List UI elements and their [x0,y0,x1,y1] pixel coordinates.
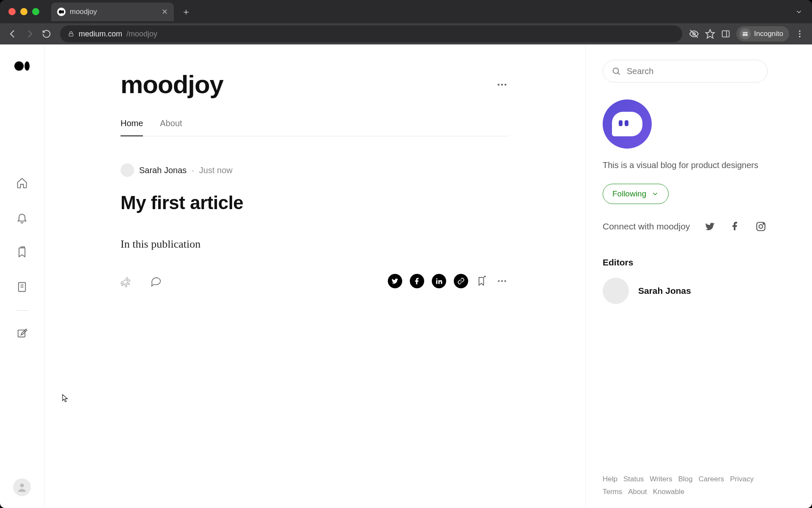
window-close-button[interactable] [8,8,16,15]
window-maximize-button[interactable] [32,8,39,15]
svg-point-9 [745,33,748,36]
tab-about[interactable]: About [160,119,182,136]
footer-link[interactable]: About [628,488,647,496]
svg-marker-5 [706,30,714,38]
author-avatar[interactable] [121,163,134,177]
window-minimize-button[interactable] [20,8,27,15]
svg-point-11 [799,30,801,32]
share-facebook-icon[interactable] [410,274,424,288]
write-icon[interactable] [16,328,28,340]
editor-row[interactable]: Sarah Jonas [603,278,768,304]
footer-link[interactable]: Writers [650,475,672,483]
stories-icon[interactable] [16,281,28,293]
instagram-icon[interactable] [755,221,766,232]
follow-label: Following [612,189,646,199]
search-icon [612,66,621,76]
article-more-icon[interactable] [494,273,510,289]
svg-point-28 [504,280,506,282]
search-box[interactable] [603,60,768,83]
incognito-indicator[interactable]: Incognito [736,26,789,41]
svg-point-33 [763,223,764,224]
incognito-icon [740,28,751,39]
footer-link[interactable]: Terms [603,488,622,496]
footer-link[interactable]: Status [623,475,644,483]
tab-home[interactable]: Home [121,119,143,136]
svg-rect-10 [743,32,748,33]
back-button[interactable] [6,27,19,41]
tab-title: moodjoy [70,8,97,16]
incognito-label: Incognito [754,30,783,38]
svg-rect-2 [69,33,73,36]
publication-avatar-glyph [612,112,642,136]
svg-point-0 [59,10,62,14]
bookmark-add-icon[interactable] [476,276,487,287]
eye-off-icon[interactable] [689,29,699,39]
svg-point-19 [498,83,500,86]
star-icon[interactable] [705,29,715,39]
browser-tab[interactable]: moodjoy ✕ [51,3,174,21]
forward-button[interactable] [23,27,36,41]
bookmarks-icon[interactable] [16,246,28,259]
share-link-icon[interactable] [454,274,468,288]
search-input[interactable] [627,66,759,76]
page-content: moodjoy Home About Sarah Jonas · Just no… [0,44,812,508]
url-host: medium.com [79,30,122,39]
footer-link[interactable]: Blog [678,475,693,483]
chevron-down-icon [651,190,659,198]
share-linkedin-icon[interactable] [432,274,446,288]
publication-avatar[interactable] [603,99,652,149]
home-icon[interactable] [16,177,28,189]
notifications-icon[interactable] [16,211,28,224]
feed-column: moodjoy Home About Sarah Jonas · Just no… [44,44,586,508]
footer-link[interactable]: Careers [699,475,724,483]
clap-icon[interactable] [121,275,133,287]
connect-label: Connect with moodjoy [603,221,690,232]
svg-point-27 [501,280,503,282]
footer-link[interactable]: Privacy [730,475,754,483]
reload-button[interactable] [40,27,53,41]
svg-point-23 [436,278,437,279]
user-avatar[interactable] [13,478,31,496]
footer-links: Help Status Writers Blog Careers Privacy… [603,475,768,496]
footer-link[interactable]: Knowable [653,488,685,496]
svg-rect-6 [722,31,730,37]
new-tab-button[interactable]: ＋ [181,6,191,18]
author-name[interactable]: Sarah Jonas [139,166,187,175]
footer-link[interactable]: Help [603,475,617,483]
publication-header: moodjoy [121,70,510,99]
svg-point-1 [62,10,64,14]
article-card: Sarah Jonas · Just now My first article … [121,163,510,289]
tab-bar: moodjoy ✕ ＋ [0,0,812,23]
kebab-menu-icon[interactable] [795,29,804,39]
svg-point-29 [613,68,619,74]
svg-point-21 [505,83,507,86]
svg-point-32 [759,225,763,229]
address-bar: medium.com/moodjoy Incognito [0,23,812,44]
share-twitter-icon[interactable] [388,274,402,288]
facebook-icon[interactable] [730,221,741,232]
panel-icon[interactable] [721,29,730,39]
article-byline: Sarah Jonas · Just now [121,163,510,177]
right-sidebar: This is a visual blog for product design… [586,44,785,508]
connect-row: Connect with moodjoy [603,221,768,232]
svg-point-26 [498,280,499,282]
svg-line-30 [618,73,620,75]
browser-chrome: moodjoy ✕ ＋ medium.com/moodjoy [0,0,812,44]
publish-time: Just now [199,166,233,175]
tab-close-button[interactable]: ✕ [162,7,168,17]
publication-description: This is a visual blog for product design… [603,160,768,170]
publication-tabs: Home About [121,119,510,136]
more-icon[interactable] [494,77,510,92]
svg-point-18 [20,483,24,487]
follow-button[interactable]: Following [603,184,669,204]
publication-title: moodjoy [121,70,223,99]
editor-name: Sarah Jonas [638,286,691,296]
comment-icon[interactable] [150,275,163,287]
article-title[interactable]: My first article [121,192,510,213]
tabs-dropdown-icon[interactable] [795,8,803,16]
url-field[interactable]: medium.com/moodjoy [60,25,682,42]
medium-logo[interactable] [14,61,30,71]
svg-point-12 [799,33,801,35]
twitter-icon[interactable] [705,221,716,232]
lock-icon [68,30,74,37]
